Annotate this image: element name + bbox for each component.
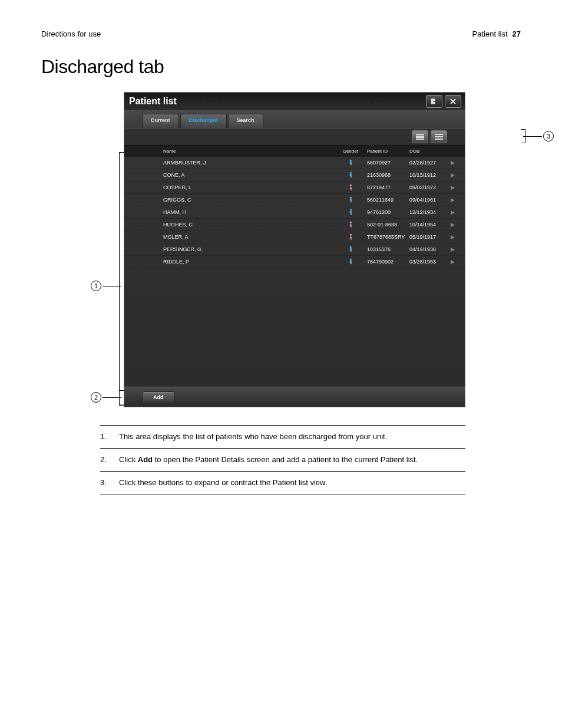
header-right: Patient list 27 [472, 29, 521, 38]
svg-rect-7 [349, 176, 350, 177]
table-row[interactable]: CONE, A2163096810/13/1912▶ [124, 169, 465, 182]
view-contract-button[interactable] [431, 130, 447, 143]
chevron-right-icon: ▶ [451, 197, 459, 203]
col-header-patient-id[interactable]: Patient ID [362, 149, 409, 154]
table-row[interactable]: COSPER, L8721947709/02/1972▶ [124, 182, 465, 194]
patient-table: Name Gender Patient ID DOB ARMBRUSTER, J… [124, 146, 465, 387]
cell-name: PERSINGER, G [163, 246, 339, 252]
gender-icon [339, 159, 362, 167]
svg-rect-4 [351, 163, 351, 164]
table-row[interactable]: ARMBRUSTER, J6607092702/28/1927▶ [124, 157, 465, 169]
table-row[interactable]: GRIGGS, C56021164909/04/1961▶ [124, 194, 465, 206]
cell-dob: 10/13/1912 [409, 172, 451, 178]
svg-rect-2 [349, 162, 352, 164]
legend-text: Click these buttons to expand or contrac… [119, 477, 327, 488]
svg-rect-31 [349, 261, 352, 263]
svg-rect-24 [349, 238, 350, 239]
col-header-dob[interactable]: DOB [409, 149, 451, 154]
svg-rect-32 [349, 262, 350, 263]
add-button[interactable]: Add [142, 391, 175, 403]
gender-icon [339, 209, 362, 216]
app-titlebar-ghost-name: SMITH, C F [183, 97, 220, 106]
svg-point-12 [349, 196, 351, 198]
cell-name: GRIGGS, C [163, 197, 339, 203]
cell-patient-id: 502-01-8688 [362, 222, 409, 228]
table-body: ARMBRUSTER, J6607092702/28/1927▶CONE, A2… [124, 157, 465, 387]
table-header: Name Gender Patient ID DOB [124, 146, 465, 157]
cell-patient-id: 87219477 [362, 185, 409, 190]
cell-patient-id: TT6787685SRY [362, 234, 409, 240]
header-left: Directions for use [41, 29, 101, 38]
app-titlebar-ghost-room: 407A [373, 98, 388, 105]
table-row[interactable]: RIDDLE, P76479090203/28/1953▶ [124, 256, 465, 268]
tab-search[interactable]: Search [228, 114, 263, 128]
cell-name: HUGHES, C [163, 222, 339, 228]
legend-row: 3.Click these buttons to expand or contr… [100, 471, 465, 495]
svg-rect-33 [351, 262, 351, 263]
svg-point-9 [349, 184, 351, 186]
cell-dob: 02/28/1927 [409, 160, 451, 166]
screenshot-wrapper: Patient list SMITH, C F 407A Current Dis… [124, 92, 521, 407]
callout-number: 2 [91, 392, 101, 403]
svg-rect-29 [351, 250, 351, 251]
close-button[interactable] [445, 95, 461, 108]
chevron-right-icon: ▶ [451, 160, 459, 166]
svg-rect-14 [349, 200, 350, 202]
svg-rect-10 [349, 189, 350, 190]
svg-rect-25 [351, 238, 351, 239]
table-row[interactable]: PERSINGER, G1031537604/19/1936▶ [124, 243, 465, 256]
chevron-right-icon: ▶ [451, 172, 459, 178]
gender-icon [339, 221, 362, 229]
logout-button[interactable] [426, 95, 442, 108]
svg-rect-13 [349, 199, 352, 201]
cell-name: ARMBRUSTER, J [163, 160, 339, 166]
callout-3: 3 [523, 131, 554, 141]
chevron-right-icon: ▶ [451, 209, 459, 215]
svg-rect-28 [349, 250, 350, 251]
view-expand-button[interactable] [412, 130, 428, 143]
cell-dob: 03/28/1953 [409, 259, 451, 265]
callout-2: 2 [91, 392, 121, 403]
tab-discharged[interactable]: Discharged [180, 114, 227, 128]
chevron-right-icon: ▶ [451, 246, 459, 252]
legend: 1.This area displays the list of patient… [100, 425, 465, 495]
chevron-right-icon: ▶ [451, 234, 459, 240]
chevron-right-icon: ▶ [451, 222, 459, 228]
cell-name: CONE, A [163, 172, 339, 178]
gender-icon [339, 196, 362, 204]
col-header-name[interactable]: Name [163, 149, 339, 154]
tab-current[interactable]: Current [142, 114, 179, 128]
rows-dense-icon [416, 134, 424, 140]
gender-icon [339, 258, 362, 266]
table-row[interactable]: HUGHES, C502-01-868810/14/1954▶ [124, 219, 465, 231]
rows-sparse-icon [435, 134, 443, 140]
tabs-row: Current Discharged Search [124, 110, 465, 128]
legend-number: 3. [100, 477, 108, 488]
cell-name: MOLER, A [163, 234, 339, 240]
view-controls-row [124, 128, 465, 146]
callout-number: 1 [91, 281, 101, 291]
cell-patient-id: 560211649 [362, 197, 409, 203]
legend-text: Click Add to open the Patient Details sc… [119, 454, 418, 465]
legend-row: 2.Click Add to open the Patient Details … [100, 448, 465, 471]
gender-icon [339, 184, 362, 192]
col-header-gender[interactable]: Gender [339, 149, 362, 154]
cell-name: HAMM, H [163, 209, 339, 215]
svg-rect-11 [351, 189, 351, 190]
chevron-right-icon: ▶ [451, 259, 459, 265]
page-header: Directions for use Patient list 27 [41, 29, 521, 38]
legend-number: 1. [100, 431, 108, 442]
gender-icon [339, 233, 362, 241]
cell-dob: 05/19/1917 [409, 234, 451, 240]
callout-number: 3 [543, 131, 554, 141]
table-row[interactable]: HAMM, H9476120012/12/1934▶ [124, 206, 465, 219]
legend-number: 2. [100, 454, 108, 465]
cell-name: RIDDLE, P [163, 259, 339, 265]
table-row[interactable]: MOLER, ATT6787685SRY05/19/1917▶ [124, 231, 465, 243]
logout-icon [430, 97, 438, 106]
svg-rect-21 [349, 226, 350, 227]
svg-rect-15 [351, 200, 351, 202]
close-icon [449, 97, 457, 106]
svg-rect-22 [351, 226, 351, 227]
app-screenshot: Patient list SMITH, C F 407A Current Dis… [124, 92, 465, 407]
